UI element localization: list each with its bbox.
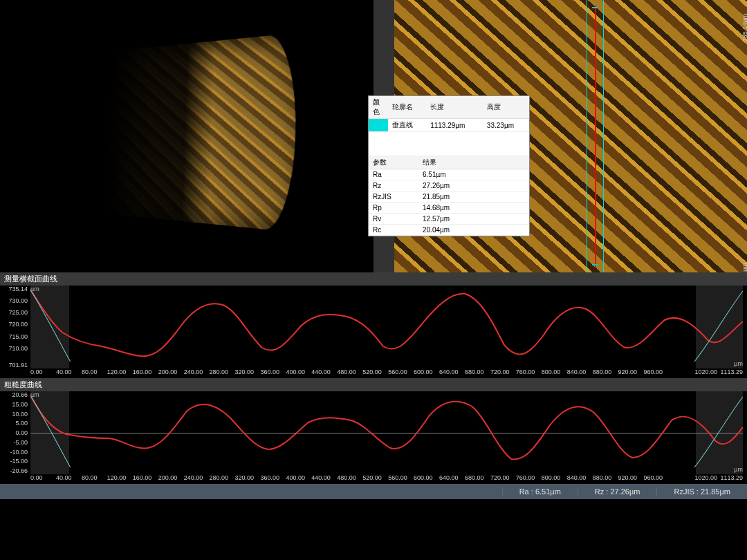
profile-length: 1113.29µm [426,119,483,132]
chart1-title: 测量横截面曲线 [0,272,747,286]
cross-section-chart: 测量横截面曲线 µm µm 735.14730.00725.00720.0071… [0,272,747,378]
measurement-popup[interactable]: 颜色 轮廓名 长度 高度 垂直线 1113.29µm 33.23µm 参数 结果… [368,95,530,236]
roughness-chart: 粗糙度曲线 µm µm 20.6615.0010.005.000.00-5.00… [0,378,747,484]
chart1-xaxis: 0.0040.0080.00120.00160.00200.00240.0028… [30,368,743,378]
measure-line-left[interactable] [587,0,587,272]
scale-top-label: 735.14µm [741,14,747,41]
params-table: 参数 结果 Ra6.51µm Rz27.26µm RzJIS21.85µm Rp… [369,156,529,236]
color-swatch [369,119,388,132]
chart1-curve [30,286,743,368]
marker-top[interactable] [592,7,598,8]
3d-surface-render [107,33,297,232]
profile-height: 33.23µm [483,119,529,132]
chart2-xaxis: 0.0040.0080.00120.00160.00200.00240.0028… [30,474,743,484]
hdr-length: 长度 [426,96,483,119]
table-row[interactable]: Rz27.26µm [369,180,529,192]
hdr-color: 颜色 [369,96,388,119]
status-rzjis: RzJIS : 21.85µm [656,487,747,496]
scale-bot-label: 701.91µm [741,263,747,272]
chart1-yaxis: 735.14730.00725.00720.00715.00710.00701.… [0,286,30,368]
3d-view-pane[interactable] [0,0,374,272]
table-row[interactable]: Rc20.04µm [369,225,529,236]
table-row[interactable]: Rp14.68µm [369,203,529,214]
chart2-yaxis: 20.6615.0010.005.000.00-5.00-10.00-15.00… [0,391,30,474]
hdr-result: 结果 [418,156,529,169]
chart2-title: 粗糙度曲线 [0,378,747,391]
status-bar: Ra : 6.51µm Rz : 27.26µm RzJIS : 21.85µm [0,484,747,499]
hdr-param: 参数 [369,156,418,169]
status-rz: Rz : 27.26µm [578,487,657,496]
profile-table: 颜色 轮廓名 长度 高度 垂直线 1113.29µm 33.23µm [369,96,529,156]
table-row[interactable]: RzJIS21.85µm [369,192,529,203]
table-row[interactable]: Rv12.57µm [369,214,529,225]
chart2-plot[interactable]: µm µm 20.6615.0010.005.000.00-5.00-10.00… [0,391,747,484]
chart2-curve [30,391,743,474]
chart1-plot[interactable]: µm µm 735.14730.00725.00720.00715.00710.… [0,286,747,378]
status-ra: Ra : 6.51µm [502,487,578,496]
table-row[interactable]: Ra6.51µm [369,169,529,180]
profile-name: 垂直线 [388,119,426,132]
table-row[interactable]: 垂直线 1113.29µm 33.23µm [369,119,529,132]
measure-line-right[interactable] [603,0,604,272]
marker-bottom[interactable] [592,264,598,265]
hdr-height: 高度 [483,96,529,119]
hdr-name: 轮廓名 [388,96,426,119]
profile-line[interactable] [595,6,596,267]
